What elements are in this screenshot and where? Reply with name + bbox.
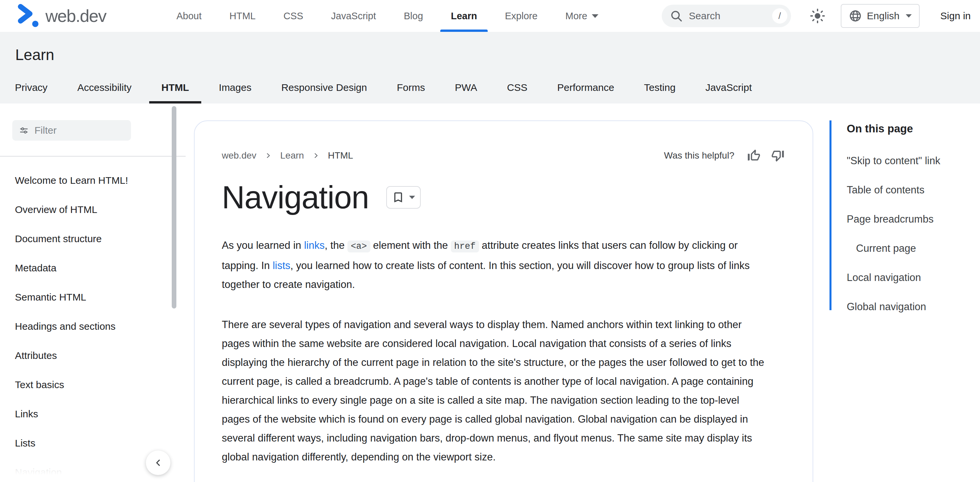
tab-pwa[interactable]: PWA <box>440 72 492 104</box>
thumb-up-button[interactable] <box>746 148 762 163</box>
language-label: English <box>867 10 899 22</box>
text-segment: , the <box>325 239 347 251</box>
text-segment: As you learned in <box>222 239 304 251</box>
theme-toggle-button[interactable] <box>810 8 826 24</box>
article-card: web.dev Learn HTML Was this helpful? <box>194 120 813 482</box>
toc-title: On this page <box>847 123 972 135</box>
page-title: Learn <box>15 46 54 64</box>
on-this-page: On this page "Skip to content" link Tabl… <box>829 120 972 310</box>
caret-down-icon <box>409 196 415 199</box>
globe-icon <box>849 9 862 22</box>
tab-testing[interactable]: Testing <box>629 72 690 104</box>
chevron-right-icon <box>312 152 320 159</box>
breadcrumb: web.dev Learn HTML <box>222 150 353 161</box>
sidebar-item-text-basics[interactable]: Text basics <box>0 370 176 399</box>
code-a-element: <a> <box>347 241 370 252</box>
code-href-attribute: href <box>451 241 479 252</box>
toc-item-current-page[interactable]: Current page <box>847 234 972 263</box>
feedback-widget: Was this helpful? <box>664 148 785 163</box>
nav-item-explore[interactable]: Explore <box>491 0 551 32</box>
search-placeholder: Search <box>689 10 772 22</box>
sidebar-item-headings[interactable]: Headings and sections <box>0 312 176 341</box>
sun-icon <box>810 8 825 24</box>
toc-item-table-of-contents[interactable]: Table of contents <box>847 176 972 205</box>
paragraph-2: There are several types of navigation an… <box>222 315 766 466</box>
toc-item-skip-to-content[interactable]: "Skip to content" link <box>847 146 972 176</box>
search-icon <box>670 9 683 22</box>
article-title: Navigation <box>222 178 369 217</box>
tab-images[interactable]: Images <box>204 72 266 104</box>
tab-performance[interactable]: Performance <box>542 72 629 104</box>
tab-css[interactable]: CSS <box>492 72 542 104</box>
nav-item-javascript[interactable]: JavaScript <box>317 0 390 32</box>
text-segment: , you learned how to create lists of con… <box>222 260 749 290</box>
sidebar-item-welcome[interactable]: Welcome to Learn HTML! <box>0 166 176 195</box>
learn-hero: Learn Privacy Accessibility HTML Images … <box>0 32 980 104</box>
nav-item-css[interactable]: CSS <box>269 0 317 32</box>
filter-icon <box>19 125 29 135</box>
caret-down-icon <box>592 14 598 18</box>
toc-list: "Skip to content" link Table of contents… <box>847 146 972 321</box>
lists-link[interactable]: lists <box>272 260 290 271</box>
text-segment: element with the <box>370 239 451 251</box>
tab-forms[interactable]: Forms <box>382 72 440 104</box>
toc-item-page-breadcrumbs[interactable]: Page breadcrumbs <box>847 205 972 234</box>
article-card-header: web.dev Learn HTML Was this helpful? <box>222 148 785 164</box>
search-input[interactable]: Search / <box>662 5 791 27</box>
search-shortcut-chip: / <box>772 8 788 24</box>
tab-html[interactable]: HTML <box>146 72 204 104</box>
article-title-row: Navigation <box>222 178 785 217</box>
bookmark-button[interactable] <box>386 186 421 209</box>
primary-nav: About HTML CSS JavaScript Blog Learn Exp… <box>162 0 612 32</box>
thumb-down-button[interactable] <box>770 148 785 163</box>
sidebar-item-attributes[interactable]: Attributes <box>0 341 176 370</box>
links-link[interactable]: links <box>304 239 325 251</box>
tab-responsive-design[interactable]: Responsive Design <box>266 72 382 104</box>
toc-item-global-navigation[interactable]: Global navigation <box>847 292 972 321</box>
tab-privacy[interactable]: Privacy <box>0 72 62 104</box>
language-selector[interactable]: English <box>841 4 920 28</box>
sidebar-item-metadata[interactable]: Metadata <box>0 254 176 282</box>
sidebar-item-links[interactable]: Links <box>0 399 176 429</box>
nav-item-blog[interactable]: Blog <box>390 0 437 32</box>
logo-wordmark: web.dev <box>45 6 106 26</box>
breadcrumb-learn[interactable]: Learn <box>280 150 304 161</box>
lesson-list: Welcome to Learn HTML! Overview of HTML … <box>0 166 176 482</box>
course-sidebar: Filter Welcome to Learn HTML! Overview o… <box>0 104 186 482</box>
nav-item-learn[interactable]: Learn <box>437 0 491 32</box>
nav-item-about[interactable]: About <box>162 0 215 32</box>
chevron-left-icon <box>153 457 164 468</box>
sidebar-item-semantic-html[interactable]: Semantic HTML <box>0 282 176 312</box>
filter-placeholder: Filter <box>35 125 57 136</box>
paragraph-1: As you learned in links, the <a> element… <box>222 236 766 294</box>
caret-down-icon <box>906 14 912 18</box>
tab-javascript[interactable]: JavaScript <box>690 72 767 104</box>
sidebar-divider <box>0 156 186 156</box>
sidebar-item-overview[interactable]: Overview of HTML <box>0 195 176 224</box>
webdev-logo[interactable]: web.dev <box>15 3 106 29</box>
nav-item-html[interactable]: HTML <box>215 0 269 32</box>
sidebar-scrollbar[interactable] <box>172 106 177 308</box>
helpful-label: Was this helpful? <box>664 150 734 161</box>
chevron-right-icon <box>264 152 272 159</box>
sidebar-item-lists[interactable]: Lists <box>0 429 176 458</box>
sidebar-collapse-button[interactable] <box>146 450 170 475</box>
course-tabs: Privacy Accessibility HTML Images Respon… <box>0 72 767 104</box>
nav-item-more[interactable]: More <box>551 0 612 32</box>
web-dev-logo-icon <box>15 3 40 29</box>
thumb-down-icon <box>770 148 785 163</box>
bookmark-icon <box>391 191 405 204</box>
toc-item-local-navigation[interactable]: Local navigation <box>847 263 972 292</box>
sign-in-button[interactable]: Sign in <box>940 10 971 22</box>
article-body: As you learned in links, the <a> element… <box>222 236 766 482</box>
filter-input[interactable]: Filter <box>12 120 131 140</box>
breadcrumb-html: HTML <box>328 150 353 161</box>
tab-accessibility[interactable]: Accessibility <box>62 72 146 104</box>
header-actions: Search / English <box>662 4 971 28</box>
nav-more-label: More <box>565 11 587 22</box>
thumb-up-icon <box>747 148 761 163</box>
site-header: web.dev About HTML CSS JavaScript Blog L… <box>0 0 980 32</box>
sidebar-item-document-structure[interactable]: Document structure <box>0 224 176 254</box>
breadcrumb-webdev[interactable]: web.dev <box>222 150 256 161</box>
